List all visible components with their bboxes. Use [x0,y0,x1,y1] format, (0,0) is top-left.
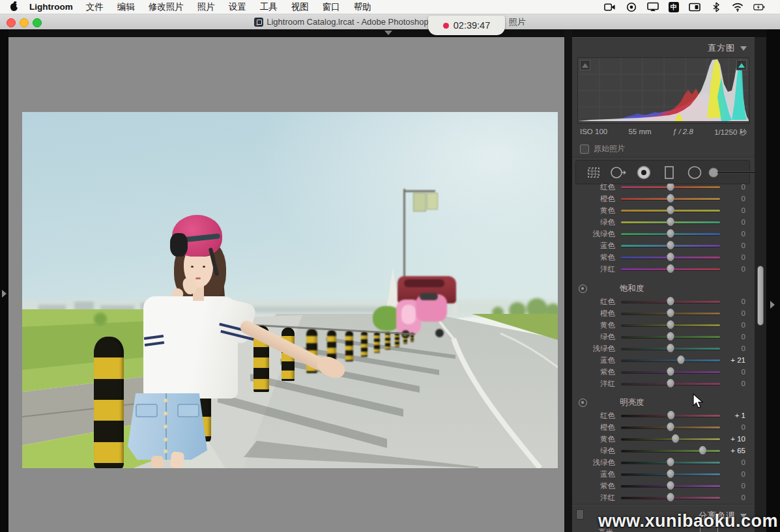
slider-track[interactable] [621,427,720,428]
apple-menu-icon[interactable] [9,2,19,12]
helmet-goggle [170,233,188,257]
battery-charging-icon[interactable] [753,2,765,12]
slider-track[interactable] [621,415,720,417]
crop-overlay-tool[interactable] [583,161,605,184]
slider-knob[interactable] [667,344,675,353]
slider-knob[interactable] [667,481,675,490]
top-panel-reveal-icon[interactable] [384,31,392,35]
photo-canvas[interactable] [22,112,558,468]
target-adjustment-icon[interactable] [579,285,587,293]
slider-knob[interactable] [667,264,675,273]
slider-knob[interactable] [667,229,675,238]
original-photo-toggle[interactable]: 原始照片 [580,143,625,154]
slider-label: 蓝色 [572,469,615,479]
slider-track[interactable] [621,497,720,499]
slider-knob[interactable] [667,241,675,250]
mouse-cursor [693,393,704,409]
truncated-menubar-icon[interactable] [775,2,780,12]
radial-filter-tool[interactable] [682,161,708,184]
slider-knob[interactable] [667,194,675,203]
slider-knob[interactable] [676,356,685,365]
menu-item-0[interactable]: 文件 [86,1,104,13]
screen-recording-timer[interactable]: 02:39:47 [428,16,505,35]
slider-track[interactable] [621,245,720,247]
slider-track[interactable] [621,438,720,440]
menu-item-3[interactable]: 照片 [197,1,215,13]
slider-knob[interactable] [667,458,675,467]
panel-scrollbar[interactable] [755,37,766,532]
slider-label: 橙色 [572,423,615,432]
adjustment-brush-tool[interactable] [708,161,755,184]
slider-knob[interactable] [667,469,675,479]
slider-track[interactable] [621,233,720,235]
slider-knob[interactable] [667,320,675,329]
histogram-panel-header[interactable]: 直方图 [708,42,747,54]
slider-track[interactable] [621,257,720,259]
slider-track[interactable] [621,198,720,200]
slider-track[interactable] [621,383,720,385]
highlight-clipping-indicator[interactable] [736,60,747,70]
video-camera-icon[interactable] [604,2,616,12]
slider-knob[interactable] [667,423,675,432]
right-panel-reveal-icon[interactable] [770,301,775,309]
slider-knob[interactable] [667,297,675,306]
slider-knob[interactable] [667,379,675,388]
scrollbar-thumb[interactable] [757,266,764,326]
slider-knob[interactable] [667,184,675,191]
slider-knob[interactable] [667,367,675,376]
slider-track[interactable] [621,324,720,326]
screen-recording-icon[interactable] [626,2,637,12]
menu-item-6[interactable]: 视图 [291,1,309,13]
slider-track[interactable] [621,336,720,338]
graduated-filter-tool[interactable] [657,161,682,184]
input-source-icon[interactable]: 中 [669,2,679,12]
slider-knob[interactable] [667,411,675,420]
menu-item-2[interactable]: 修改照片 [149,1,184,13]
menu-item-4[interactable]: 设置 [229,1,246,13]
slider-knob[interactable] [667,332,675,341]
slider-knob[interactable] [667,206,675,215]
left-panel-collapsed-strip[interactable] [0,29,8,532]
display-mirroring-icon[interactable] [647,2,659,12]
slider-track[interactable] [621,371,720,373]
left-panel-reveal-icon[interactable] [2,290,7,298]
right-panel-collapsed-strip[interactable] [766,29,780,532]
slider-track[interactable] [621,221,720,223]
slider-track[interactable] [621,268,720,270]
slider-track[interactable] [621,313,720,315]
slider-track[interactable] [621,462,720,464]
split-toning-panel-switch[interactable] [576,509,584,520]
slider-track[interactable] [621,473,720,475]
histogram-graph[interactable] [577,57,749,124]
window-switcher-icon[interactable] [689,2,701,12]
slider-track[interactable] [621,186,720,188]
menu-item-1[interactable]: 编辑 [117,1,135,13]
slider-knob[interactable] [667,253,675,262]
slider-knob[interactable] [667,493,675,502]
spot-removal-tool[interactable] [605,161,631,184]
window-title-bar[interactable]: Lightroom Catalog.lrcat - Adobe Photosho… [0,14,780,30]
slider-track[interactable] [621,348,720,350]
slider-label: 绿色 [572,446,615,456]
wifi-icon[interactable] [732,2,744,12]
checkbox-icon[interactable] [580,145,589,154]
target-adjustment-icon[interactable] [579,399,587,407]
menu-item-app[interactable]: Lightroom [29,2,73,12]
slider-track[interactable] [621,210,720,212]
slider-track[interactable] [621,485,720,487]
slider-track[interactable] [621,359,720,361]
shadow-clipping-indicator[interactable] [580,60,590,70]
red-eye-correction-tool[interactable] [631,161,657,184]
slider-row: 红色0 [572,296,755,307]
slider-track[interactable] [621,301,720,303]
menu-item-5[interactable]: 工具 [260,1,278,13]
recording-time: 02:39:47 [454,20,490,31]
slider-knob[interactable] [667,217,675,227]
bluetooth-icon[interactable] [710,2,722,12]
slider-knob[interactable] [667,309,675,318]
slider-track[interactable] [621,450,720,452]
slider-knob[interactable] [699,446,707,455]
slider-knob[interactable] [671,434,680,443]
menu-item-8[interactable]: 帮助 [354,1,371,13]
menu-item-7[interactable]: 窗口 [323,1,340,13]
